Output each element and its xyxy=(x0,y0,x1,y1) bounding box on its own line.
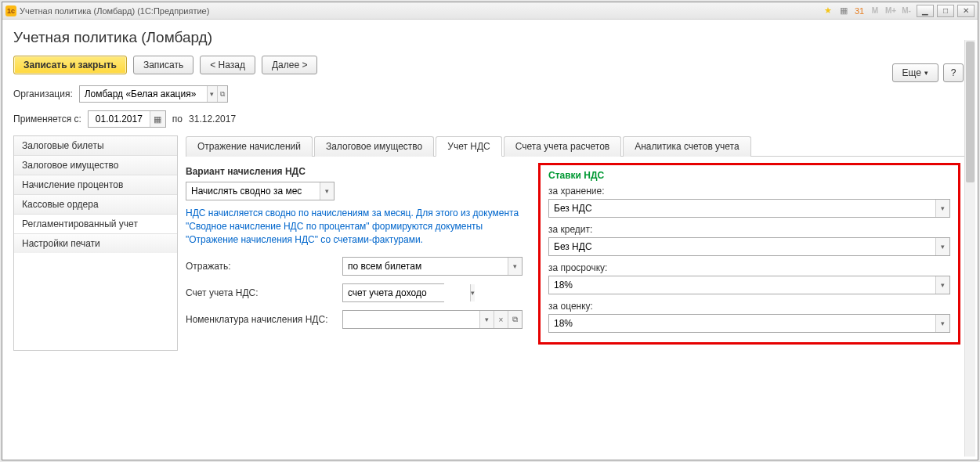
calendar-picker-icon[interactable]: ▦ xyxy=(150,111,165,127)
storage-rate-label: за хранение: xyxy=(548,186,950,197)
account-row: Счет учета НДС: ▾ xyxy=(186,283,523,302)
credit-rate-select[interactable]: ▾ xyxy=(548,237,950,256)
calculator-icon[interactable]: ▦ xyxy=(837,5,851,17)
nomen-select[interactable]: ▾ × ⧉ xyxy=(342,310,523,329)
rates-title: Ставки НДС xyxy=(548,170,950,181)
date-from-input[interactable] xyxy=(89,114,150,125)
sidebar-item-interest[interactable]: Начисление процентов xyxy=(14,175,177,195)
account-label: Счет учета НДС: xyxy=(186,287,342,298)
sidebar-item-regulated[interactable]: Регламентированный учет xyxy=(14,215,177,234)
overdue-rate-input[interactable] xyxy=(549,276,935,294)
appraisal-rate-select[interactable]: ▾ xyxy=(548,314,950,333)
sidebar-item-cash[interactable]: Кассовые ордера xyxy=(14,195,177,215)
memory-mplus-icon[interactable]: M+ xyxy=(884,5,898,17)
nds-left-column: Вариант начисления НДС ▾ НДС начисляется… xyxy=(186,166,523,345)
nomen-input[interactable] xyxy=(343,311,479,328)
organization-label: Организация: xyxy=(13,88,73,99)
tab-reflection[interactable]: Отражение начислений xyxy=(186,136,313,157)
credit-rate-label: за кредит: xyxy=(548,224,950,235)
main-area: Залоговые билеты Залоговое имущество Нач… xyxy=(13,135,967,351)
reflect-input[interactable] xyxy=(343,258,508,275)
nomen-label: Номенклатура начисления НДС: xyxy=(186,314,342,325)
account-select[interactable]: ▾ xyxy=(342,283,444,302)
titlebar: 1c Учетная политика (Ломбард) (1С:Предпр… xyxy=(2,2,978,20)
memory-mminus-icon[interactable]: M- xyxy=(899,5,913,17)
minimize-button[interactable]: ▁ xyxy=(917,5,934,17)
organization-row: Организация: ▾ ⧉ xyxy=(13,85,967,103)
overdue-rate-select[interactable]: ▾ xyxy=(548,276,950,294)
dropdown-icon[interactable]: ▾ xyxy=(935,315,949,332)
sidebar-item-collateral[interactable]: Залоговое имущество xyxy=(14,156,177,175)
dropdown-icon[interactable]: ▾ xyxy=(320,182,334,200)
maximize-button[interactable]: □ xyxy=(937,5,954,17)
appraisal-rate-input[interactable] xyxy=(549,315,935,332)
storage-rate-input[interactable] xyxy=(549,200,935,217)
credit-rate-input[interactable] xyxy=(549,238,935,255)
rates-highlight-box: Ставки НДС за хранение: ▾ за кредит: ▾ xyxy=(538,163,960,345)
favorite-icon[interactable]: ★ xyxy=(821,5,835,17)
period-to-value: 31.12.2017 xyxy=(189,114,236,125)
appraisal-rate-label: за оценку: xyxy=(548,301,950,312)
dropdown-icon[interactable]: ▾ xyxy=(470,284,475,301)
window-frame: 1c Учетная политика (Ломбард) (1С:Предпр… xyxy=(2,2,978,460)
dropdown-icon[interactable]: ▾ xyxy=(935,200,949,217)
tab-collateral[interactable]: Залоговое имущество xyxy=(314,136,434,157)
calendar-icon[interactable]: 31 xyxy=(852,5,866,17)
toolbar: Записать и закрыть Записать < Назад Дале… xyxy=(13,56,967,74)
reflect-row: Отражать: ▾ xyxy=(186,257,523,276)
nds-variant-input[interactable] xyxy=(186,182,320,200)
period-row: Применяется с: ▦ по 31.12.2017 xyxy=(13,110,967,128)
overdue-rate-label: за просрочку: xyxy=(548,262,950,273)
sidebar-item-print[interactable]: Настройки печати xyxy=(14,234,177,253)
open-ref-icon[interactable]: ⧉ xyxy=(508,311,522,328)
sidebar: Залоговые билеты Залоговое имущество Нач… xyxy=(13,135,178,351)
detail-panel: Отражение начислений Залоговое имущество… xyxy=(186,135,967,351)
window-title: Учетная политика (Ломбард) (1С:Предприят… xyxy=(20,6,209,16)
storage-rate-select[interactable]: ▾ xyxy=(548,199,950,218)
memory-m-icon[interactable]: M xyxy=(868,5,882,17)
dropdown-icon[interactable]: ▾ xyxy=(935,276,949,294)
nomen-row: Номенклатура начисления НДС: ▾ × ⧉ xyxy=(186,310,523,329)
help-button[interactable]: ? xyxy=(943,63,964,82)
app-icon: 1c xyxy=(5,5,16,16)
nds-info-text: НДС начисляется сводно по начислениям за… xyxy=(186,207,523,246)
period-from-label: Применяется с: xyxy=(13,114,81,125)
clear-icon[interactable]: × xyxy=(494,311,508,328)
dropdown-icon[interactable]: ▾ xyxy=(508,258,522,275)
page-title: Учетная политика (Ломбард) xyxy=(13,29,967,46)
more-button[interactable]: Еще xyxy=(892,63,938,82)
dropdown-icon[interactable]: ▾ xyxy=(479,311,494,328)
scroll-thumb[interactable] xyxy=(966,42,975,182)
reflect-label: Отражать: xyxy=(186,261,342,272)
date-from[interactable]: ▦ xyxy=(88,110,166,128)
tab-nds[interactable]: Учет НДС xyxy=(436,136,501,157)
content-area: Учетная политика (Ломбард) Записать и за… xyxy=(2,20,978,460)
sidebar-item-tickets[interactable]: Залоговые билеты xyxy=(14,136,177,156)
save-close-button[interactable]: Записать и закрыть xyxy=(13,56,127,74)
vertical-scrollbar[interactable] xyxy=(964,40,975,457)
tab-analytics[interactable]: Аналитика счетов учета xyxy=(623,136,750,157)
dropdown-icon[interactable]: ▾ xyxy=(935,238,949,255)
tab-accounts[interactable]: Счета учета расчетов xyxy=(504,136,621,157)
forward-button[interactable]: Далее > xyxy=(262,56,318,74)
organization-input[interactable] xyxy=(80,86,207,102)
period-to-label: по xyxy=(172,114,183,125)
nds-right-column: Ставки НДС за хранение: ▾ за кредит: ▾ xyxy=(538,166,960,345)
back-button[interactable]: < Назад xyxy=(200,56,255,74)
account-input[interactable] xyxy=(343,284,470,301)
organization-combo[interactable]: ▾ ⧉ xyxy=(79,85,228,103)
tabs: Отражение начислений Залоговое имущество… xyxy=(186,135,967,157)
save-button[interactable]: Записать xyxy=(133,56,193,74)
tab-content: Вариант начисления НДС ▾ НДС начисляется… xyxy=(186,157,967,351)
open-ref-icon[interactable]: ⧉ xyxy=(217,86,227,102)
titlebar-actions: ★ ▦ 31 M M+ M- ▁ □ ✕ xyxy=(821,5,978,17)
close-button[interactable]: ✕ xyxy=(957,5,975,17)
nds-variant-select[interactable]: ▾ xyxy=(186,182,335,200)
reflect-select[interactable]: ▾ xyxy=(342,257,523,276)
nds-variant-label: Вариант начисления НДС xyxy=(186,166,523,177)
dropdown-icon[interactable]: ▾ xyxy=(207,86,217,102)
